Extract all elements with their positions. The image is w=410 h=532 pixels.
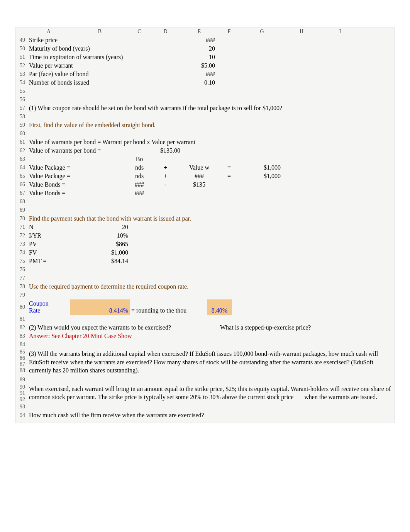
row-number: 71 — [16, 224, 27, 230]
row-number: 66 — [16, 182, 27, 188]
plus-sign: + — [149, 163, 182, 172]
value-per-warrant: $5.00 — [182, 61, 217, 70]
row-70: 70 Find the payment such that the bond w… — [16, 214, 394, 223]
row-83: 83 Answer: See Chapter 20 Mini Case Show — [16, 332, 394, 340]
value-w-label: Value w — [182, 163, 217, 172]
question-3: (3) Will the warrants bring in additiona… — [27, 349, 394, 376]
row-number: 59 — [16, 122, 27, 128]
row-number: 88 — [16, 367, 27, 374]
row-55: 55 — [16, 87, 394, 95]
rounding-note: = rounding to the thou — [130, 306, 207, 315]
row-number: 74 — [16, 250, 27, 256]
step-label: Find the payment such that the bond with… — [27, 214, 394, 223]
row-number: 85 — [16, 349, 27, 355]
answer-reference: Answer: See Chapter 20 Mini Case Show — [27, 332, 394, 340]
rows-90-92: 90 91 92 When exercised, each warrant wi… — [16, 384, 394, 403]
row-68: 68 — [16, 197, 394, 206]
row-57: 57 (1) What coupon rate should be set on… — [16, 104, 394, 112]
row-number: 75 — [16, 258, 27, 264]
label-pv: PV — [27, 240, 70, 248]
row-49: 49 Strike price ### — [16, 36, 394, 44]
value-time-expiration: 10 — [182, 53, 217, 61]
row-94: 94 How much cash will the firm receive w… — [16, 411, 394, 423]
cell: ### — [130, 180, 149, 189]
value-number-bonds: 0.10 — [182, 78, 217, 87]
row-78: 78 Use the required payment to determine… — [16, 282, 394, 291]
row-number: 70 — [16, 216, 27, 222]
value-n: 20 — [70, 223, 130, 231]
column-header-row: A B C D E F G H I — [16, 27, 394, 36]
label-value-bonds: Value Bonds = — [27, 180, 130, 189]
row-number: 58 — [16, 114, 27, 120]
step-label: First, find the value of the embedded st… — [27, 121, 394, 129]
value-strike-price: ### — [182, 36, 217, 44]
row-77: 77 — [16, 274, 394, 282]
row-number: 79 — [16, 292, 27, 298]
row-number: 50 — [16, 46, 27, 52]
row-65: 65 Value Package = nds + ### = $1,000 — [16, 172, 394, 180]
row-81: 81 — [16, 315, 394, 323]
row-89: 89 — [16, 376, 394, 384]
coupon-text: Coupon — [29, 300, 49, 307]
row-80: 80 Coupon Rate 8.414% = rounding to the … — [16, 299, 394, 315]
label-pmt: PMT = — [27, 257, 70, 265]
row-58: 58 — [16, 112, 394, 121]
col-bonds-header: Bo — [130, 155, 149, 163]
col-header-c: C — [130, 29, 149, 35]
value-iyr: 10% — [70, 231, 130, 240]
row-number: 56 — [16, 97, 27, 103]
value-pmt: $84.14 — [70, 257, 130, 265]
row-number: 54 — [16, 80, 27, 86]
label-value-package: Value Package = — [27, 172, 130, 180]
value-maturity: 20 — [182, 44, 217, 53]
row-number: 81 — [16, 316, 27, 322]
row-number: 64 — [16, 165, 27, 171]
row-number: 84 — [16, 342, 27, 348]
row-number: 93 — [16, 404, 27, 410]
row-number: 77 — [16, 275, 27, 281]
value-1000: $1,000 — [242, 172, 282, 180]
col-header-g: G — [242, 29, 282, 35]
spreadsheet: A B C D E F G H I 49 Strike price ### 50… — [15, 27, 395, 423]
label-n: N — [27, 223, 70, 231]
value-par-value: ### — [182, 70, 217, 78]
equals-sign: = — [217, 163, 242, 172]
row-51: 51 Time to expiration of warrants (years… — [16, 53, 394, 61]
col-header-d: D — [149, 29, 182, 35]
value-1000: $1,000 — [242, 163, 282, 172]
row-73: 73 PV $865 — [16, 240, 394, 248]
label-value-per-warrant: Value per warrant — [27, 61, 182, 70]
row-62: 62 Value of warrants per bond = $135.00 — [16, 146, 394, 155]
row-number: 65 — [16, 173, 27, 179]
row-75: 75 PMT = $84.14 — [16, 257, 394, 265]
label-number-bonds: Number of bonds issued — [27, 78, 182, 87]
row-number: 68 — [16, 199, 27, 205]
row-69: 69 — [16, 206, 394, 214]
row-number: 73 — [16, 241, 27, 247]
label-fv: FV — [27, 248, 70, 257]
label-value-package: Value Package = — [27, 163, 130, 172]
col-header-b: B — [70, 29, 130, 35]
row-50: 50 Maturity of bond (years) 20 — [16, 44, 394, 53]
row-number: 69 — [16, 207, 27, 213]
value-warrants-per-bond: $135.00 — [149, 146, 182, 155]
row-number: 67 — [16, 190, 27, 196]
question-cash-received: How much cash will the firm receive when… — [27, 411, 394, 420]
row-84: 84 — [16, 340, 394, 349]
question-2b: What is a stepped-up-exercise price? — [219, 323, 394, 332]
col-header-e: E — [182, 29, 217, 35]
label-maturity: Maturity of bond (years) — [27, 44, 182, 53]
row-number: 87 — [16, 361, 27, 367]
row-number: 72 — [16, 233, 27, 239]
rows-85-88: 85 86 87 88 (3) Will the warrants bring … — [16, 349, 394, 376]
row-number: 94 — [16, 412, 27, 418]
row-number: 91 — [16, 390, 27, 396]
row-number: 55 — [16, 88, 27, 94]
equals-sign: = — [217, 172, 242, 180]
row-56: 56 — [16, 95, 394, 104]
row-number: 57 — [16, 105, 27, 111]
label-iyr: I/YR — [27, 231, 70, 240]
row-82: 82 (2) When would you expect the warrant… — [16, 323, 394, 332]
row-number: 86 — [16, 355, 27, 361]
row-66: 66 Value Bonds = ### - $135 — [16, 180, 394, 189]
